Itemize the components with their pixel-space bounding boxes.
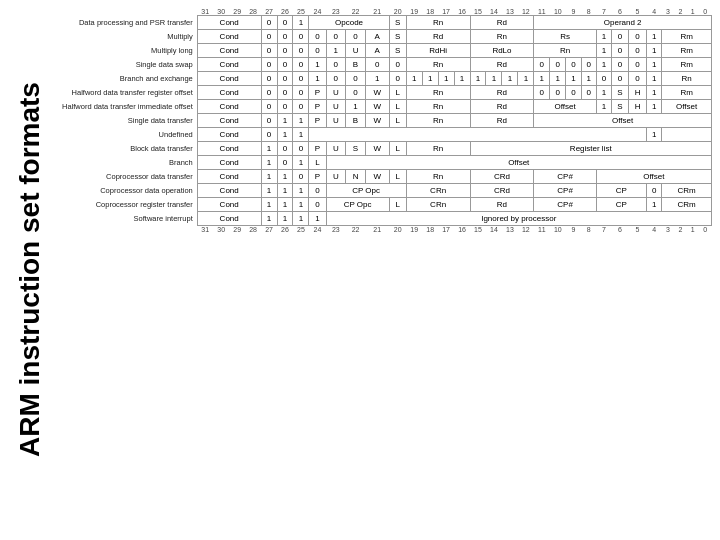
bit-number: 14 <box>486 226 502 234</box>
row-label: Data processing and PSR transfer <box>60 16 197 30</box>
instruction-cell: CRd <box>470 170 534 184</box>
instruction-cell: W <box>365 170 389 184</box>
instruction-cell: 1 <box>581 72 596 86</box>
instruction-cell: Rn <box>406 100 470 114</box>
instruction-cell: Offset <box>534 100 596 114</box>
bit-number: 25 <box>293 226 309 234</box>
instruction-cell: 1 <box>518 72 534 86</box>
instruction-cell: Cond <box>197 100 261 114</box>
instruction-cell: Cond <box>197 170 261 184</box>
instruction-cell: 1 <box>647 44 662 58</box>
instruction-cell: 1 <box>293 156 309 170</box>
instruction-cell: Rd <box>406 30 470 44</box>
instruction-cell: 0 <box>389 72 406 86</box>
instruction-cell: P <box>309 170 326 184</box>
bit-number: 22 <box>346 226 366 234</box>
instruction-cell: 0 <box>326 72 346 86</box>
bit-number: 2 <box>674 8 686 16</box>
instruction-cell: Cond <box>197 16 261 30</box>
instruction-cell: Rs <box>534 30 596 44</box>
instruction-cell: 0 <box>612 72 629 86</box>
instruction-cell: 1 <box>309 58 326 72</box>
instruction-cell <box>662 128 712 142</box>
bit-number: 7 <box>596 8 611 16</box>
instruction-cell: B <box>346 114 366 128</box>
instruction-cell: 0 <box>261 128 277 142</box>
instruction-cell: 0 <box>550 58 566 72</box>
instruction-cell: 0 <box>346 86 366 100</box>
instruction-cell: Rn <box>406 142 470 156</box>
instruction-cell: CRm <box>662 198 712 212</box>
bit-number: 6 <box>612 226 629 234</box>
bit-number: 17 <box>438 8 454 16</box>
bit-number: 13 <box>502 8 518 16</box>
bit-number: 31 <box>197 226 213 234</box>
instruction-cell: Cond <box>197 58 261 72</box>
instruction-cell: Offset <box>534 114 712 128</box>
instruction-cell: P <box>309 142 326 156</box>
bit-number: 18 <box>422 226 438 234</box>
row-label: Single data swap <box>60 58 197 72</box>
bit-number: 2 <box>674 226 686 234</box>
row-label: Branch and exchange <box>60 72 197 86</box>
instruction-cell: 1 <box>596 86 611 100</box>
bit-number: 14 <box>486 8 502 16</box>
instruction-cell: Register list <box>470 142 711 156</box>
instruction-cell: Cond <box>197 198 261 212</box>
instruction-cell: 1 <box>647 128 662 142</box>
instruction-cell: 0 <box>534 58 550 72</box>
bit-number: 26 <box>277 226 293 234</box>
bit-header-label <box>60 8 197 16</box>
row-label: Single data transfer <box>60 114 197 128</box>
instruction-cell: 0 <box>326 58 346 72</box>
bit-number: 29 <box>229 226 245 234</box>
bit-number: 3 <box>662 8 674 16</box>
instruction-cell: 1 <box>596 44 611 58</box>
instruction-cell: Cond <box>197 128 261 142</box>
instruction-cell: 1 <box>647 86 662 100</box>
table-row: Data processing and PSR transferCond001O… <box>60 16 712 30</box>
instruction-cell: Rm <box>662 44 712 58</box>
bit-number: 4 <box>647 8 662 16</box>
instruction-cell: Rd <box>470 16 534 30</box>
instruction-cell: 0 <box>293 142 309 156</box>
instruction-cell: U <box>326 114 346 128</box>
instruction-cell: 0 <box>629 30 647 44</box>
instruction-cell: 0 <box>261 58 277 72</box>
instruction-cell: 0 <box>581 86 596 100</box>
bit-number: 8 <box>581 226 596 234</box>
instruction-cell: Rm <box>662 30 712 44</box>
instruction-cell: Cond <box>197 114 261 128</box>
instruction-cell: 0 <box>346 72 366 86</box>
instruction-cell: CRn <box>406 198 470 212</box>
bit-number: 0 <box>699 8 712 16</box>
bit-number: 11 <box>534 226 550 234</box>
instruction-cell: 1 <box>277 170 293 184</box>
table-row: Single data transferCond011PUBWLRnRdOffs… <box>60 114 712 128</box>
bit-number: 28 <box>245 8 261 16</box>
instruction-cell: Rm <box>662 86 712 100</box>
instruction-cell: B <box>346 58 366 72</box>
bit-number: 19 <box>406 226 422 234</box>
instruction-cell: 0 <box>261 44 277 58</box>
instruction-cell: 1 <box>277 114 293 128</box>
instruction-cell: CRm <box>662 184 712 198</box>
instruction-cell: Rm <box>662 58 712 72</box>
instruction-cell: L <box>389 142 406 156</box>
bit-number: 10 <box>550 226 566 234</box>
instruction-cell: 1 <box>596 100 611 114</box>
bit-number: 27 <box>261 8 277 16</box>
instruction-cell: 0 <box>612 30 629 44</box>
instruction-cell: Rn <box>406 114 470 128</box>
bit-number: 25 <box>293 8 309 16</box>
instruction-cell: CRd <box>470 184 534 198</box>
instruction-cell: H <box>629 100 647 114</box>
instruction-cell: A <box>365 44 389 58</box>
bit-number: 12 <box>518 8 534 16</box>
instruction-cell: 0 <box>346 30 366 44</box>
instruction-cell: RdLo <box>470 44 534 58</box>
instruction-cell: 1 <box>309 212 326 226</box>
row-label: Coprocessor register transfer <box>60 198 197 212</box>
instruction-cell: A <box>365 30 389 44</box>
row-label: Multiply long <box>60 44 197 58</box>
